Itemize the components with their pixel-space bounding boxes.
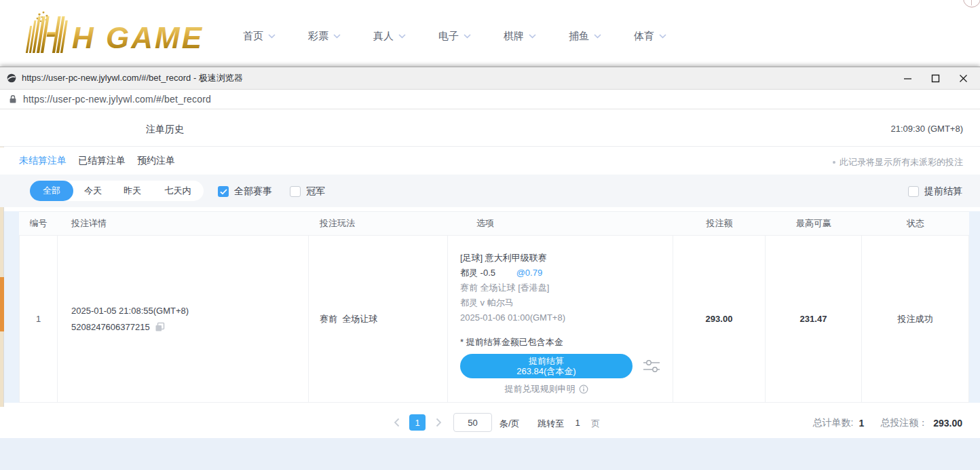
- page-bottom-background: [0, 438, 980, 470]
- record-tabs: 未结算注单 已结算注单 预约注单: [19, 147, 175, 175]
- cashout-button-amount: 263.84(含本金): [516, 366, 576, 376]
- cell-no: 1: [19, 236, 58, 402]
- header-play: 投注玩法: [309, 212, 448, 235]
- date-filter-all[interactable]: 全部: [30, 181, 73, 201]
- header-stake: 投注额: [673, 212, 766, 235]
- filter-row: 全部 今天 昨天 七天内 全部赛事 冠军: [0, 175, 980, 207]
- header-max-win: 最高可赢: [766, 212, 862, 235]
- early-settlement-label: 提前结算: [924, 185, 962, 198]
- chevron-down-icon: [268, 34, 276, 39]
- total-stake-value: 293.00: [933, 418, 962, 429]
- page-header: 注单历史 21:09:30 (GMT+8): [0, 109, 980, 147]
- champion-label: 冠军: [306, 185, 325, 198]
- server-time: 21:09:30 (GMT+8): [890, 124, 963, 134]
- chevron-down-icon: [333, 34, 341, 39]
- nav-label: 真人: [373, 30, 394, 43]
- nav-item-home[interactable]: 首页: [243, 30, 276, 43]
- copy-icon[interactable]: [155, 322, 165, 332]
- odds-value: @0.79: [516, 268, 543, 278]
- event-filter-group: 全部赛事 冠军: [218, 185, 325, 198]
- totals: 总计单数: 1 总投注额： 293.00: [812, 417, 962, 429]
- nav-item-cards[interactable]: 棋牌: [504, 30, 536, 43]
- nav-item-sports[interactable]: 体育: [634, 30, 666, 43]
- cell-detail: 2025-01-05 21:08:55(GMT+8) 5208247606377…: [58, 236, 309, 402]
- bullet-icon: [833, 161, 835, 164]
- checkbox-checked-icon: [218, 186, 229, 197]
- chevron-down-icon: [398, 34, 406, 39]
- total-count-value: 1: [859, 418, 864, 429]
- tab-reserved[interactable]: 预约注单: [137, 155, 175, 167]
- champion-checkbox[interactable]: 冠军: [290, 185, 325, 198]
- info-icon: [579, 384, 588, 394]
- jump-to-label: 跳转至: [538, 418, 564, 430]
- site-header: H GAME 首页 彩票 真人 电子 棋牌: [0, 0, 980, 67]
- page-number-button[interactable]: 1: [409, 414, 426, 431]
- cell-max-win: 231.47: [766, 236, 862, 402]
- tabs-row: 未结算注单 已结算注单 预约注单 此记录将显示所有未派彩的投注: [0, 147, 980, 175]
- cell-stake: 293.00: [673, 236, 766, 402]
- date-filter-today[interactable]: 今天: [73, 181, 113, 201]
- tab-unsettled[interactable]: 未结算注单: [19, 155, 67, 167]
- page-unit-label: 页: [591, 418, 600, 430]
- maximize-button[interactable]: [930, 73, 940, 83]
- chevron-down-icon: [659, 34, 666, 39]
- next-page-button[interactable]: [433, 414, 444, 431]
- pick-line: 都灵 -0.5 @0.79: [460, 266, 673, 281]
- match-time: 2025-01-06 01:00(GMT+8): [460, 310, 673, 325]
- header-selection: 选项: [448, 212, 673, 235]
- cell-play-type: 赛前 全场让球: [309, 236, 448, 402]
- bet-id: 5208247606377215: [71, 319, 150, 336]
- lock-icon: [9, 94, 17, 104]
- cashout-button[interactable]: 提前结算 263.84(含本金): [460, 354, 633, 378]
- early-settlement-checkbox[interactable]: 提前结算: [908, 185, 962, 198]
- all-events-checkbox[interactable]: 全部赛事: [218, 185, 272, 198]
- principal-note: * 提前结算金额已包含本金: [460, 336, 673, 348]
- hh-game-logo-icon: H GAME: [22, 10, 204, 56]
- page-viewport: 注单历史 21:09:30 (GMT+8) 未结算注单 已结算注单 预约注单 此…: [0, 109, 980, 470]
- cashout-button-title: 提前结算: [529, 356, 564, 366]
- page-size-input[interactable]: [453, 413, 492, 432]
- cashout-area: 提前结算 263.84(含本金): [460, 354, 633, 378]
- brand-logo[interactable]: H GAME: [22, 10, 204, 58]
- checkbox-unchecked-icon: [290, 186, 301, 197]
- cashout-rule-link[interactable]: 提前兑现规则申明: [460, 383, 633, 395]
- checkbox-unchecked-icon: [908, 186, 919, 197]
- tab-settled[interactable]: 已结算注单: [78, 155, 126, 167]
- window-title: https://user-pc-new.jylywl.com/#/bet_rec…: [22, 72, 903, 84]
- url-field[interactable]: https://user-pc-new.jylywl.com/#/bet_rec…: [23, 94, 211, 105]
- nav-item-slots[interactable]: 电子: [438, 30, 471, 43]
- nav-item-lottery[interactable]: 彩票: [308, 30, 341, 43]
- nav-item-fishing[interactable]: 捕鱼: [569, 30, 601, 43]
- svg-text:H GAME: H GAME: [72, 21, 204, 54]
- league-name: [足球] 意大利甲级联赛: [460, 251, 673, 266]
- nav-item-live[interactable]: 真人: [373, 30, 406, 43]
- per-page-label: 条/页: [500, 418, 520, 430]
- chevron-down-icon: [529, 34, 536, 39]
- cell-status: 投注成功: [862, 236, 969, 402]
- minimize-button[interactable]: [903, 73, 912, 83]
- nav-label: 彩票: [308, 30, 328, 43]
- match-teams: 都灵 v 帕尔马: [460, 295, 673, 310]
- globe-decor-icon: [963, 0, 980, 7]
- date-filter-7days[interactable]: 七天内: [152, 181, 204, 201]
- nav-label: 首页: [243, 30, 263, 43]
- close-button[interactable]: [958, 73, 968, 83]
- table-header-row: 编号 投注详情 投注玩法 选项 投注额 最高可赢 状态: [19, 211, 969, 236]
- jump-page-input[interactable]: [569, 413, 586, 432]
- browser-favicon-icon: [7, 73, 16, 83]
- pagination-row: 1 条/页 跳转至 页 总计单数: 1 总投注额：: [0, 407, 980, 438]
- note-text: 此记录将显示所有未派彩的投注: [840, 156, 963, 168]
- total-stake-label: 总投注额：: [880, 417, 928, 429]
- pager: 1: [391, 414, 444, 431]
- cashout-slider-icon[interactable]: [642, 359, 661, 376]
- nav-label: 体育: [634, 30, 654, 43]
- prev-page-button[interactable]: [391, 414, 402, 431]
- browser-window: https://user-pc-new.jylywl.com/#/bet_rec…: [0, 67, 980, 470]
- table-row: 1 2025-01-05 21:08:55(GMT+8) 52082476063…: [19, 236, 969, 403]
- bet-table: 编号 投注详情 投注玩法 选项 投注额 最高可赢 状态 1 2025-01-05…: [19, 211, 969, 403]
- main-nav: 首页 彩票 真人 电子 棋牌 捕鱼: [243, 30, 666, 43]
- header-detail: 投注详情: [58, 212, 309, 235]
- date-filter-group: 全部 今天 昨天 七天内: [30, 181, 204, 201]
- chevron-down-icon: [464, 34, 471, 39]
- date-filter-yesterday[interactable]: 昨天: [113, 181, 152, 201]
